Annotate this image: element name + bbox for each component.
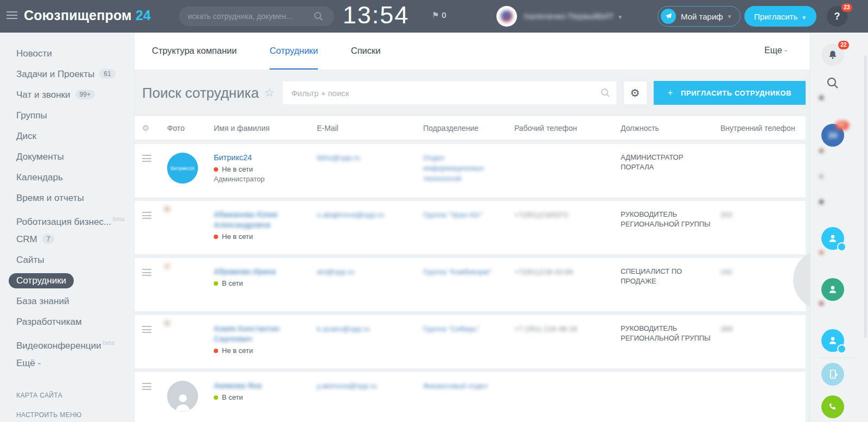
sidebar-item-more[interactable]: Ещё - — [16, 355, 134, 376]
column-header-photo[interactable]: Фото — [167, 124, 214, 133]
sidebar-item-documents[interactable]: Документы — [16, 149, 134, 169]
table-row[interactable]: Азаев Константин Сергеевич Не в сети k.a… — [135, 315, 806, 368]
avatar[interactable]: Битрикс24 — [167, 153, 198, 184]
filter-search-input[interactable] — [282, 81, 617, 105]
position-text: РУКОВОДИТЕЛЬ РЕГИОНАЛЬНОЙ ГРУППЫ — [621, 324, 720, 343]
my-tariff-button[interactable]: Мой тариф ▼ — [658, 6, 741, 27]
drag-handle-icon[interactable] — [142, 269, 151, 276]
department-link[interactable]: Группа "Сибирь" — [423, 324, 489, 334]
employee-name-link[interactable]: Азаев Константин Сергеевич — [214, 324, 317, 344]
portal-logo[interactable]: Союзпищепром 24 — [24, 8, 151, 23]
drag-handle-icon[interactable] — [142, 212, 151, 219]
chat-contact[interactable] — [821, 304, 844, 326]
mobile-app-button[interactable] — [821, 363, 844, 386]
drag-handle-icon[interactable] — [142, 383, 151, 390]
grid-settings-button[interactable]: ⚙ — [623, 81, 647, 105]
working-time-clock[interactable]: 13:54 — [330, 1, 422, 29]
sidebar-item-rpa[interactable]: Роботизация бизнес...beta — [16, 211, 134, 231]
column-header-internal-phone[interactable]: Внутренний телефон — [720, 124, 806, 133]
sidebar-item-news[interactable]: Новости — [16, 46, 134, 66]
help-button[interactable]: ? 23 — [827, 6, 847, 27]
person-icon — [827, 232, 839, 244]
status-badge: В сети — [214, 393, 317, 401]
employee-name-link[interactable]: Акимова Яна — [214, 381, 270, 391]
user-avatar[interactable] — [496, 6, 517, 27]
chat-contact[interactable] — [821, 202, 844, 225]
column-header-department[interactable]: Подразделение — [423, 124, 514, 133]
tab-lists[interactable]: Списки — [351, 33, 381, 68]
column-header-name[interactable]: Имя и фамилия — [214, 124, 317, 133]
table-row[interactable]: Абажанова Юлия Александровна Не в сети u… — [135, 201, 806, 254]
flag-counter[interactable]: ⚑0 — [432, 10, 446, 20]
chat-contact[interactable] — [821, 98, 844, 121]
sidebar-item-knowledge-base[interactable]: База знаний — [16, 293, 134, 314]
employee-email-link[interactable]: bitrix@spp.ru — [317, 153, 370, 163]
employee-email-link[interactable]: y.akimova@spp.ru — [317, 381, 387, 391]
offline-dot-icon — [214, 349, 218, 353]
avatar[interactable] — [167, 381, 198, 412]
tabs-more-dropdown[interactable]: Еще- — [764, 33, 787, 68]
employee-name-link[interactable]: Абажанова Юлия Александровна — [214, 210, 317, 230]
sidebar-item-groups[interactable]: Группы — [16, 108, 134, 128]
beta-label: beta — [103, 339, 114, 346]
sidebar-item-tasks[interactable]: Задачи и Проекты61 — [16, 66, 134, 87]
chat-contact[interactable] — [821, 278, 844, 301]
sidebar-item-crm[interactable]: CRM7 — [16, 231, 134, 252]
global-search-input[interactable] — [179, 7, 334, 26]
department-link[interactable]: Финансовый отдел — [423, 381, 497, 391]
sitemap-link[interactable]: КАРТА САЙТА — [16, 390, 134, 410]
employee-name-link[interactable]: Абрамова Ирина — [214, 267, 284, 277]
drag-handle-icon[interactable] — [142, 155, 151, 162]
sidebar-item-sites[interactable]: Сайты — [16, 252, 134, 273]
chat-contact[interactable] — [821, 329, 844, 352]
department-link[interactable]: Группа "Комбикорм" — [423, 267, 501, 277]
help-badge: 23 — [841, 3, 852, 12]
sidebar-item-employees[interactable]: Сотрудники — [16, 273, 134, 293]
department-link[interactable]: Отдел информационных технологий — [423, 153, 514, 184]
sidebar-item-developers[interactable]: Разработчикам — [16, 314, 134, 335]
chat-contact[interactable] — [821, 227, 844, 250]
chat-contact[interactable] — [821, 253, 844, 275]
tab-company-structure[interactable]: Структура компании — [152, 33, 237, 68]
drag-handle-icon[interactable] — [142, 326, 151, 333]
chat-contact[interactable] — [821, 177, 844, 199]
tab-employees[interactable]: Сотрудники — [270, 33, 318, 70]
scrollbar[interactable] — [864, 55, 867, 338]
crm-count-badge: 7 — [42, 234, 55, 244]
employee-email-link[interactable]: ani@spp.ru — [317, 267, 364, 277]
table-row[interactable]: Битрикс24 Битрикс24 Не в сети Администра… — [135, 144, 806, 197]
sidebar-item-time-reports[interactable]: Время и отчеты — [16, 190, 134, 211]
rail-search-button[interactable] — [821, 72, 844, 95]
person-icon — [827, 335, 839, 347]
employee-email-link[interactable]: k.azaev@spp.ru — [317, 324, 380, 334]
employee-name-link[interactable]: Битрикс24 — [214, 153, 260, 163]
sidebar-item-disk[interactable]: Диск — [16, 128, 134, 149]
invite-employees-button[interactable]: +ПРИГЛАСИТЬ СОТРУДНИКОВ — [654, 81, 806, 105]
internal-phone: 242 — [720, 268, 733, 276]
table-row[interactable]: Акимова Яна В сети y.akimova@spp.ru Фина… — [135, 372, 806, 422]
notifications-button[interactable]: 22 — [821, 43, 844, 66]
column-header-position[interactable]: Должность — [621, 124, 720, 133]
telephony-button[interactable] — [821, 395, 844, 418]
table-row[interactable]: Абрамова Ирина В сети ani@spp.ru Группа … — [135, 258, 806, 311]
sidebar-item-videoconf[interactable]: Видеоконференцииbeta — [16, 335, 134, 355]
sidebar-item-calendar[interactable]: Календарь — [16, 169, 134, 190]
invite-button[interactable]: Пригласить▼ — [744, 6, 816, 27]
column-header-work-phone[interactable]: Рабочий телефон — [514, 124, 621, 133]
employee-email-link[interactable]: u.abajimova@spp.ru — [317, 210, 394, 220]
favorite-star-icon[interactable]: ☆ — [264, 86, 275, 99]
chevron-down-icon: ▼ — [727, 14, 732, 20]
department-link[interactable]: Группа "Урал-Юг" — [423, 210, 493, 220]
chat-contact[interactable] — [821, 151, 844, 174]
status-subicon — [837, 242, 846, 251]
column-header-email[interactable]: E-Mail — [317, 124, 423, 133]
main-content: Структура компании Сотрудники Списки Еще… — [135, 33, 810, 422]
user-menu[interactable]: Халюченко ПервыйБИТ▼ — [524, 0, 623, 33]
bitrix24-network-contact[interactable]: 24 99+ — [821, 124, 844, 147]
status-badge: Не в сети — [214, 165, 317, 173]
sidebar-item-chat[interactable]: Чат и звонки99+ — [16, 87, 134, 108]
person-icon — [827, 284, 839, 295]
columns-gear-icon[interactable]: ⚙ — [142, 123, 167, 133]
configure-menu-link[interactable]: НАСТРОИТЬ МЕНЮ — [16, 410, 134, 422]
hamburger-menu-icon[interactable] — [7, 11, 17, 20]
